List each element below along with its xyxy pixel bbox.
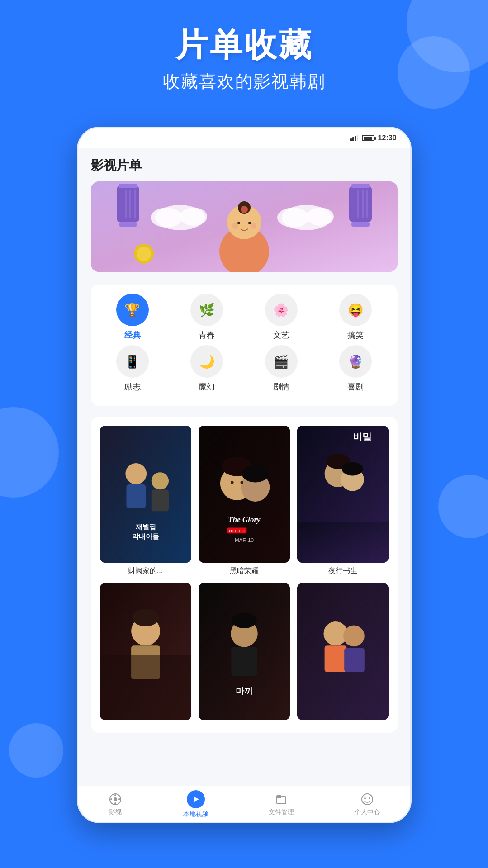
movie-title-2: 黑暗荣耀 [199,566,290,576]
fantasy-label: 魔幻 [199,381,215,392]
svg-rect-8 [125,190,127,218]
nav-item-files[interactable]: 文件管理 [269,792,294,816]
svg-point-62 [132,609,159,626]
svg-text:NETFLIX: NETFLIX [229,529,245,533]
phone-mockup: 12:30 影视片单 [77,127,412,823]
svg-rect-9 [129,190,131,218]
comedy-label: 搞笑 [347,330,364,341]
svg-rect-14 [357,190,359,218]
youth-icon: 🌿 [190,294,223,326]
signal-icon [350,135,358,141]
category-comedy[interactable]: 😝 搞笑 [333,294,378,341]
status-time: 12:30 [378,134,397,142]
svg-rect-0 [350,138,352,141]
movie-item-1[interactable]: 재벌집 막내아들 财阀家的... [100,426,191,576]
svg-point-23 [248,222,251,224]
page-title: 影视片单 [91,148,398,181]
svg-point-75 [114,797,117,801]
sub-title: 收藏喜欢的影视韩剧 [0,70,488,93]
bg-decoration-3 [0,407,59,498]
svg-point-79 [118,798,120,800]
bottom-nav: 影视 本地视频 文件管理 [78,786,410,822]
status-bar: 12:30 [78,128,410,148]
category-fantasy[interactable]: 🌙 魔幻 [184,345,229,392]
header-area: 片单收藏 收藏喜欢的影视韩剧 [0,27,488,93]
svg-rect-1 [352,137,354,141]
svg-text:막내아들: 막내아들 [132,533,159,540]
svg-point-78 [110,798,112,800]
local-video-nav-label: 本地视频 [183,810,208,818]
svg-rect-38 [151,489,168,511]
art-icon: 🌸 [265,294,298,326]
classic-icon: 🏆 [116,294,149,326]
movie-poster-1: 재벌집 막내아들 [100,426,191,563]
files-nav-label: 文件管理 [269,808,294,816]
movies-nav-label: 影视 [109,808,122,816]
category-drama[interactable]: 🎬 剧情 [259,345,304,392]
movie-title-3: 夜行书生 [297,566,389,576]
nav-item-profile[interactable]: 个人中心 [355,792,380,816]
youth-label: 青春 [199,330,215,341]
svg-point-84 [362,794,373,805]
svg-point-86 [369,797,370,799]
svg-point-37 [151,472,168,489]
svg-point-24 [232,223,238,229]
svg-point-35 [125,463,147,484]
app-content: 影视片单 [78,148,410,786]
profile-nav-icon [360,792,374,806]
category-art[interactable]: 🌸 文艺 [259,294,304,341]
banner[interactable] [91,181,398,272]
svg-rect-3 [357,135,358,141]
category-sitcom[interactable]: 🔮 喜剧 [333,345,378,392]
drama-icon: 🎬 [265,345,298,378]
movie-poster-2: The Glory NETFLIX MAR 10 [199,426,290,563]
categories-row-1: 🏆 经典 🌿 青春 🌸 文艺 😝 搞笑 [95,294,393,341]
svg-rect-10 [134,190,136,218]
svg-point-33 [137,247,151,261]
svg-point-47 [240,481,243,484]
svg-point-77 [114,802,116,804]
profile-nav-label: 个人中心 [355,808,380,816]
category-youth[interactable]: 🌿 青春 [184,294,229,341]
svg-point-56 [341,462,363,476]
battery-icon [362,135,374,141]
movie-title-1: 财阀家的... [100,566,191,576]
movie-item-5[interactable]: 마끼 [199,583,290,724]
nav-item-local-video[interactable]: 本地视频 [183,790,208,818]
svg-rect-11 [349,186,372,222]
svg-rect-16 [366,190,368,218]
main-title: 片单收藏 [0,27,488,63]
svg-rect-63 [100,655,191,720]
movie-item-2[interactable]: The Glory NETFLIX MAR 10 黑暗荣耀 [199,426,290,576]
inspire-icon: 📱 [116,345,149,378]
svg-text:마끼: 마끼 [236,686,253,696]
svg-rect-66 [231,647,257,676]
svg-rect-5 [117,186,139,222]
svg-rect-73 [344,648,365,672]
fantasy-icon: 🌙 [190,345,223,378]
local-video-nav-icon [187,790,205,808]
svg-point-22 [237,222,240,224]
classic-label: 经典 [124,330,141,341]
svg-text:비밀: 비밀 [352,432,371,442]
svg-point-46 [231,481,233,484]
movie-poster-6 [297,583,389,720]
movie-item-3[interactable]: 비밀 夜行书生 [297,426,389,576]
nav-item-movies[interactable]: 影视 [108,792,123,816]
svg-rect-15 [362,190,364,218]
bg-decoration-5 [9,723,63,778]
movie-item-4[interactable] [100,583,191,724]
movie-section: 재벌집 막내아들 财阀家的... [91,417,398,733]
svg-rect-7 [119,222,137,227]
svg-point-21 [241,206,248,213]
movie-item-6[interactable] [297,583,389,724]
movie-grid: 재벌집 막내아들 财阀家的... [100,426,389,724]
svg-text:The Glory: The Glory [228,515,261,524]
movie-poster-3: 비밀 [297,426,389,563]
svg-point-30 [277,208,309,228]
inspire-label: 励志 [124,381,141,392]
svg-rect-36 [126,484,146,508]
svg-rect-12 [351,184,370,188]
category-classic[interactable]: 🏆 经典 [110,294,155,341]
category-inspire[interactable]: 📱 励志 [110,345,155,392]
